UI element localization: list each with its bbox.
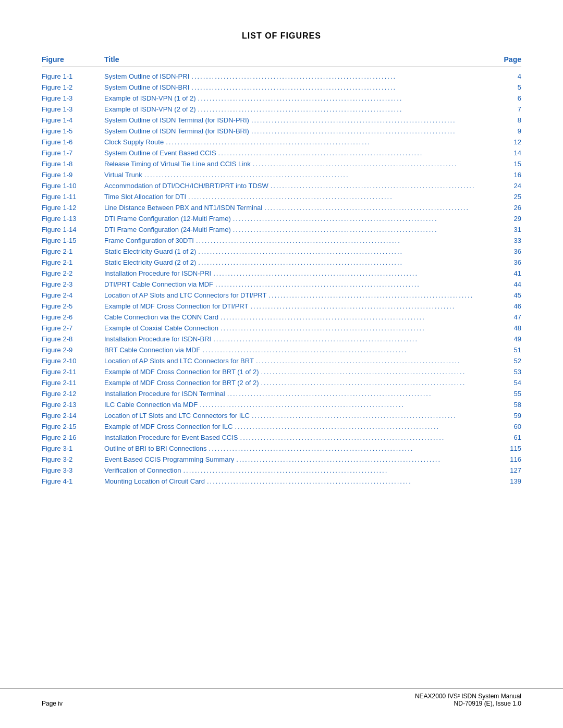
row-title: Installation Procedure for ISDN Terminal… bbox=[104, 390, 490, 398]
row-page: 9 bbox=[490, 127, 521, 135]
row-figure: Figure 1-3 bbox=[42, 94, 104, 102]
row-title-text: Event Based CCIS Programming Summary bbox=[104, 455, 234, 463]
row-title: System Outline of ISDN Terminal (for ISD… bbox=[104, 116, 490, 124]
row-title: Time Slot Allocation for DTI ...........… bbox=[104, 193, 490, 201]
row-dots: ........................................… bbox=[268, 291, 488, 299]
row-dots: ........................................… bbox=[144, 171, 488, 179]
table-row: Figure 1-12Line Distance Between PBX and… bbox=[42, 204, 521, 213]
table-row: Figure 1-8Release Timing of Virtual Tie … bbox=[42, 160, 521, 169]
row-dots: ........................................… bbox=[261, 379, 488, 387]
row-title: Frame Configuration of 30DTI ...........… bbox=[104, 237, 490, 244]
row-figure: Figure 1-6 bbox=[42, 138, 104, 146]
table-row: Figure 1-10Accommodation of DTI/DCH/ICH/… bbox=[42, 182, 521, 191]
row-figure: Figure 2-11 bbox=[42, 379, 104, 387]
row-dots: ........................................… bbox=[235, 423, 488, 430]
row-figure: Figure 1-7 bbox=[42, 149, 104, 157]
table-row: Figure 2-4Location of AP Slots and LTC C… bbox=[42, 291, 521, 301]
row-page: 139 bbox=[490, 477, 521, 485]
row-title-text: Example of Coaxial Cable Connection bbox=[104, 324, 218, 332]
row-page: 47 bbox=[490, 313, 521, 321]
row-title-text: Line Distance Between PBX and NT1/ISDN T… bbox=[104, 204, 262, 212]
row-dots: ........................................… bbox=[191, 72, 488, 80]
row-page: 31 bbox=[490, 226, 521, 233]
row-page: 54 bbox=[490, 379, 521, 387]
row-title: Example of MDF Cross Connection for BRT … bbox=[104, 379, 490, 387]
row-title-text: Virtual Trunk bbox=[104, 171, 142, 179]
row-page: 36 bbox=[490, 248, 521, 255]
row-title-text: Cable Connection via the CONN Card bbox=[104, 313, 218, 321]
row-page: 115 bbox=[490, 445, 521, 452]
row-dots: ........................................… bbox=[198, 248, 488, 255]
table-row: Figure 3-1Outline of BRI to BRI Connecti… bbox=[42, 445, 521, 454]
row-page: 8 bbox=[490, 116, 521, 124]
row-dots: ........................................… bbox=[251, 127, 488, 135]
row-figure: Figure 1-10 bbox=[42, 182, 104, 190]
row-figure: Figure 2-1 bbox=[42, 248, 104, 255]
row-title: Event Based CCIS Programming Summary ...… bbox=[104, 455, 490, 463]
footer-doc-info: NEAX2000 IVS² ISDN System Manual ND-7091… bbox=[415, 693, 521, 707]
table-row: Figure 1-6Clock Supply Route ...........… bbox=[42, 138, 521, 147]
header-page: Page bbox=[490, 55, 521, 64]
row-title: Static Electricity Guard (1 of 2) ......… bbox=[104, 248, 490, 255]
row-page: 14 bbox=[490, 149, 521, 157]
row-title: Clock Supply Route .....................… bbox=[104, 138, 490, 146]
row-dots: ........................................… bbox=[218, 149, 488, 157]
header-figure: Figure bbox=[42, 55, 104, 64]
row-figure: Figure 2-8 bbox=[42, 335, 104, 343]
row-figure: Figure 2-7 bbox=[42, 324, 104, 332]
row-title: Installation Procedure for ISDN-BRI ....… bbox=[104, 335, 490, 343]
row-title-text: Installation Procedure for ISDN-BRI bbox=[104, 335, 211, 343]
table-row: Figure 1-11Time Slot Allocation for DTI … bbox=[42, 193, 521, 202]
row-dots: ........................................… bbox=[251, 116, 488, 124]
row-figure: Figure 2-12 bbox=[42, 390, 104, 398]
row-title-text: System Outline of ISDN Terminal (for ISD… bbox=[104, 127, 249, 135]
page-footer: Page iv NEAX2000 IVS² ISDN System Manual… bbox=[0, 688, 563, 707]
row-page: 33 bbox=[490, 237, 521, 244]
row-title: Line Distance Between PBX and NT1/ISDN T… bbox=[104, 204, 490, 212]
row-dots: ........................................… bbox=[240, 434, 488, 441]
row-title: Location of AP Slots and LTC Connectors … bbox=[104, 357, 490, 365]
row-figure: Figure 2-16 bbox=[42, 434, 104, 441]
row-title-text: Mounting Location of Circuit Card bbox=[104, 477, 205, 485]
table-row: Figure 2-3DTI/PRT Cable Connection via M… bbox=[42, 280, 521, 290]
table-row: Figure 1-1System Outline of ISDN-PRI ...… bbox=[42, 72, 521, 82]
row-page: 26 bbox=[490, 204, 521, 212]
row-dots: ........................................… bbox=[250, 302, 488, 310]
row-page: 55 bbox=[490, 390, 521, 398]
row-dots: ........................................… bbox=[252, 412, 488, 419]
row-figure: Figure 2-1 bbox=[42, 258, 104, 266]
row-page: 7 bbox=[490, 105, 521, 113]
row-title-text: Frame Configuration of 30DTI bbox=[104, 237, 194, 244]
row-title-text: Example of MDF Cross Connection for ILC bbox=[104, 423, 232, 430]
row-title-text: Example of ISDN-VPN (2 of 2) bbox=[104, 105, 196, 113]
row-title-text: DTI/PRT Cable Connection via MDF bbox=[104, 280, 213, 288]
row-title-text: Example of MDF Cross Connection for BRT … bbox=[104, 379, 259, 387]
table-row: Figure 2-9BRT Cable Connection via MDF .… bbox=[42, 346, 521, 355]
row-dots: ........................................… bbox=[198, 94, 488, 102]
row-dots: ........................................… bbox=[213, 335, 488, 343]
table-row: Figure 2-7Example of Coaxial Cable Conne… bbox=[42, 324, 521, 334]
row-figure: Figure 1-8 bbox=[42, 160, 104, 168]
row-page: 46 bbox=[490, 302, 521, 310]
row-page: 44 bbox=[490, 280, 521, 288]
table-row: Figure 2-13ILC Cable Connection via MDF … bbox=[42, 401, 521, 410]
row-title-text: Verification of Connection bbox=[104, 466, 181, 474]
row-title: DTI Frame Configuration (12-Multi Frame)… bbox=[104, 215, 490, 223]
table-row: Figure 2-5Example of MDF Cross Connectio… bbox=[42, 302, 521, 312]
row-figure: Figure 1-12 bbox=[42, 204, 104, 212]
row-title-text: Example of MDF Cross Connection for DTI/… bbox=[104, 302, 248, 310]
row-title: System Outline of ISDN-BRI .............… bbox=[104, 83, 490, 91]
row-title-text: BRT Cable Connection via MDF bbox=[104, 346, 201, 354]
row-dots: ........................................… bbox=[256, 357, 488, 365]
table-row: Figure 1-5System Outline of ISDN Termina… bbox=[42, 127, 521, 137]
row-title: System Outline of ISDN-PRI .............… bbox=[104, 72, 490, 80]
row-figure: Figure 1-14 bbox=[42, 226, 104, 233]
row-title-text: Release Timing of Virtual Tie Line and C… bbox=[104, 160, 251, 168]
row-title-text: DTI Frame Configuration (12-Multi Frame) bbox=[104, 215, 231, 223]
row-figure: Figure 2-10 bbox=[42, 357, 104, 365]
row-title: Example of Coaxial Cable Connection ....… bbox=[104, 324, 490, 332]
row-page: 52 bbox=[490, 357, 521, 365]
row-figure: Figure 2-3 bbox=[42, 280, 104, 288]
row-title-text: ILC Cable Connection via MDF bbox=[104, 401, 198, 409]
row-title-text: Accommodation of DTI/DCH/ICH/BRT/PRT int… bbox=[104, 182, 268, 190]
